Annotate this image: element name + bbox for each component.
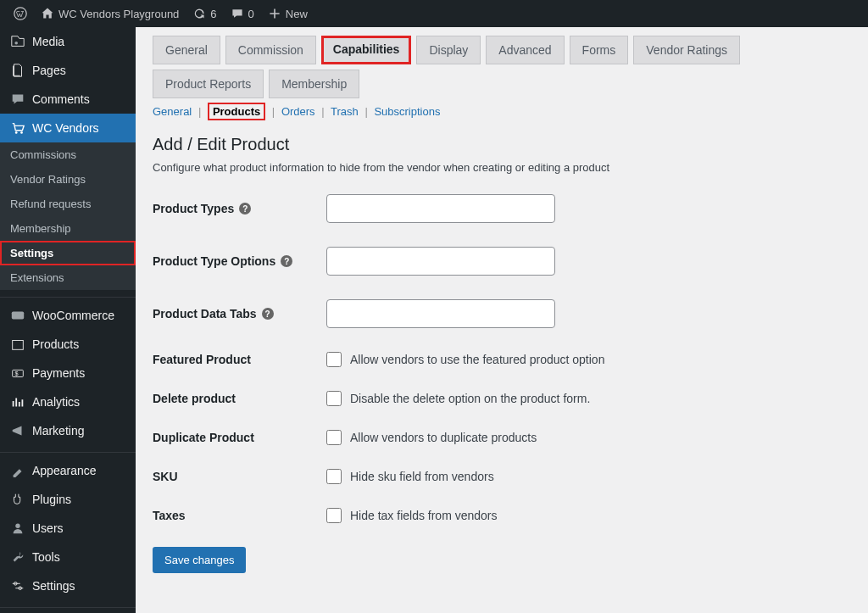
sidebar-item-tools[interactable]: Tools — [0, 543, 136, 571]
label-product-data-tabs: Product Data Tabs — [153, 307, 257, 320]
input-product-data-tabs[interactable] — [326, 299, 555, 328]
sidebar-label: Pages — [32, 64, 66, 77]
subtab-products[interactable]: Products — [208, 103, 265, 120]
sidebar-label: Plugins — [32, 493, 71, 506]
tab-advanced[interactable]: Advanced — [486, 36, 564, 64]
svg-point-0 — [14, 8, 26, 20]
checkbox-featured-product[interactable] — [326, 352, 342, 367]
tab-capabilities[interactable]: Capabilities — [321, 36, 412, 64]
sidebar-label: Comments — [32, 92, 90, 106]
checkbox-duplicate-product[interactable] — [326, 430, 342, 445]
subtab-subscriptions[interactable]: Subscriptions — [374, 105, 440, 118]
tab-forms[interactable]: Forms — [570, 36, 629, 64]
input-product-types[interactable] — [326, 194, 555, 223]
checkbox-taxes[interactable] — [326, 508, 342, 523]
tab-display[interactable]: Display — [416, 36, 481, 64]
tab-productreports[interactable]: Product Reports — [153, 70, 264, 98]
sidebar-sub-settings[interactable]: Settings — [0, 241, 136, 265]
tab-vendorratings[interactable]: Vendor Ratings — [633, 36, 740, 64]
sidebar-label: WooCommerce — [32, 309, 114, 322]
admin-sidebar: Media Pages Comments WC Vendors Commissi… — [0, 27, 136, 613]
page-title: Add / Edit Product — [153, 135, 851, 154]
woo-icon — [10, 308, 25, 323]
sidebar-item-analytics[interactable]: Analytics — [0, 387, 136, 416]
sidebar-label: Settings — [32, 579, 75, 593]
sidebar-item-products[interactable]: Products — [0, 330, 136, 359]
row-delete-product: Delete product Disable the delete option… — [153, 391, 851, 406]
checkbox-sku[interactable] — [326, 469, 342, 484]
sidebar-label: Payments — [32, 366, 85, 380]
admin-topbar: WC Vendors Playground 6 0 New — [0, 0, 868, 27]
row-product-data-tabs: Product Data Tabs? — [153, 299, 851, 328]
subtab-orders[interactable]: Orders — [281, 105, 315, 118]
sidebar-sub-commissions[interactable]: Commissions — [0, 142, 136, 167]
svg-rect-4 — [12, 312, 24, 320]
subtab-trash[interactable]: Trash — [331, 105, 359, 118]
cart-icon — [10, 120, 25, 136]
help-icon[interactable]: ? — [262, 308, 274, 320]
sidebar-sub-refundrequests[interactable]: Refund requests — [0, 192, 136, 216]
label-duplicate-product: Duplicate Product — [153, 431, 254, 444]
sidebar-sub-membership[interactable]: Membership — [0, 216, 136, 241]
sidebar-label: Marketing — [32, 424, 84, 437]
media-icon — [10, 34, 25, 49]
sidebar-sub-vendorratings[interactable]: Vendor Ratings — [0, 167, 136, 192]
marketing-icon — [10, 423, 25, 438]
sidebar-item-plugins[interactable]: Plugins — [0, 485, 136, 514]
row-duplicate-product: Duplicate Product Allow vendors to dupli… — [153, 430, 851, 445]
sidebar-item-woocommerce[interactable]: WooCommerce — [0, 301, 136, 330]
site-name: WC Vendors Playground — [58, 8, 179, 20]
sidebar-sub-extensions[interactable]: Extensions — [0, 265, 136, 290]
sidebar-item-pages[interactable]: Pages — [0, 56, 136, 85]
desc-duplicate-product: Allow vendors to duplicate products — [350, 431, 537, 444]
tab-general[interactable]: General — [153, 36, 220, 64]
help-icon[interactable]: ? — [239, 203, 251, 215]
sidebar-label: Tools — [32, 550, 60, 564]
sidebar-item-wcvendors[interactable]: WC Vendors — [0, 114, 136, 142]
input-product-type-options[interactable] — [326, 247, 555, 276]
sidebar-item-payments[interactable]: $Payments — [0, 359, 136, 387]
tab-commission[interactable]: Commission — [225, 36, 316, 64]
label-taxes: Taxes — [153, 509, 186, 522]
comments-count: 0 — [248, 8, 254, 20]
appearance-icon — [10, 463, 25, 478]
new-label: New — [286, 8, 308, 20]
sidebar-label: WC Vendors — [32, 121, 99, 135]
subtab-general[interactable]: General — [153, 105, 192, 118]
tab-membership[interactable]: Membership — [269, 70, 359, 98]
sidebar-item-marketing[interactable]: Marketing — [0, 416, 136, 445]
sidebar-label: Appearance — [32, 464, 97, 477]
save-button[interactable]: Save changes — [153, 547, 246, 573]
label-product-types: Product Types — [153, 202, 234, 215]
sidebar-item-appearance[interactable]: Appearance — [0, 456, 136, 485]
desc-taxes: Hide tax fields from vendors — [350, 509, 498, 522]
help-icon[interactable]: ? — [281, 255, 292, 267]
sidebar-label: Media — [32, 35, 64, 48]
new-link[interactable]: New — [261, 7, 314, 20]
sub-tabs: General | Products | Orders | Trash | Su… — [153, 105, 851, 118]
plus-icon — [268, 7, 281, 20]
users-icon — [10, 521, 25, 536]
label-featured-product: Featured Product — [153, 353, 251, 366]
updates-link[interactable]: 6 — [186, 7, 223, 20]
wp-logo-link[interactable] — [7, 7, 34, 20]
svg-point-1 — [14, 42, 18, 45]
products-icon — [10, 337, 25, 352]
sidebar-item-media[interactable]: Media — [0, 27, 136, 56]
site-link[interactable]: WC Vendors Playground — [34, 7, 186, 20]
label-product-type-options: Product Type Options — [153, 254, 275, 268]
sidebar-item-users[interactable]: Users — [0, 514, 136, 543]
svg-point-8 — [15, 524, 19, 528]
page-description: Configure what product information to hi… — [153, 161, 851, 174]
comments-link[interactable]: 0 — [224, 7, 261, 20]
updates-count: 6 — [210, 8, 216, 20]
checkbox-delete-product[interactable] — [326, 391, 342, 406]
sidebar-item-comments[interactable]: Comments — [0, 85, 136, 114]
payments-icon: $ — [10, 365, 25, 381]
svg-rect-5 — [13, 341, 24, 350]
sidebar-label: Analytics — [32, 395, 80, 409]
sidebar-item-settings[interactable]: Settings — [0, 571, 136, 600]
sidebar-label: Products — [32, 337, 79, 351]
svg-point-2 — [15, 131, 18, 134]
settings-icon — [10, 578, 25, 593]
